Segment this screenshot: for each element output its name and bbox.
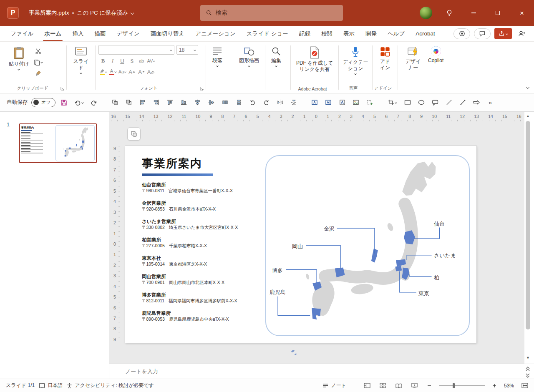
character-spacing-button[interactable]: AV: [146, 56, 156, 65]
font-name-combobox[interactable]: [98, 45, 174, 55]
autosave-toggle[interactable]: オフ: [31, 98, 55, 107]
rotate-right-button[interactable]: [261, 97, 272, 108]
slide-title[interactable]: 事業所案内: [142, 156, 202, 171]
powerpoint-app-icon[interactable]: P: [7, 7, 19, 19]
flip-vertical-button[interactable]: [288, 97, 299, 108]
align-middle-vertical-button[interactable]: [206, 97, 217, 108]
office-list[interactable]: 仙台営業所 〒980-0811宮城県仙台市青葉区一番町X-X-X 金沢営業所 〒…: [142, 182, 263, 329]
copilot-button[interactable]: Copilot: [425, 44, 446, 65]
insert-picture-button[interactable]: [350, 97, 361, 108]
line-shape-button[interactable]: [443, 97, 454, 108]
notes-pane[interactable]: ノートを入力: [109, 364, 534, 379]
tab-transitions[interactable]: 画面切り替え: [145, 26, 190, 41]
collapse-ribbon-button[interactable]: [526, 83, 529, 90]
zoom-in-button[interactable]: [491, 382, 498, 389]
more-commands-button[interactable]: »: [485, 97, 496, 108]
bring-forward-button[interactable]: [109, 97, 120, 108]
search-input[interactable]: 検索: [200, 5, 343, 21]
undo-button[interactable]: [72, 97, 86, 108]
rectangle-shape-button[interactable]: [402, 97, 413, 108]
flip-horizontal-button[interactable]: [275, 97, 285, 108]
tab-acrobat[interactable]: Acrobat: [410, 26, 441, 41]
slideshow-view-button[interactable]: [410, 381, 420, 390]
increase-font-size-button[interactable]: A: [127, 67, 136, 76]
user-avatar[interactable]: [420, 7, 432, 19]
rotate-left-button[interactable]: [247, 97, 258, 108]
align-center-horizontal-button[interactable]: [192, 97, 203, 108]
tab-help[interactable]: ヘルプ: [382, 26, 410, 41]
reading-view-button[interactable]: [394, 381, 404, 390]
tab-animations[interactable]: アニメーション: [190, 26, 241, 41]
copy-button[interactable]: [33, 57, 44, 67]
tab-home[interactable]: ホーム: [39, 26, 67, 41]
tab-insert[interactable]: 挿入: [67, 26, 89, 41]
zoom-slider-thumb[interactable]: [453, 383, 455, 388]
font-size-combobox[interactable]: 18: [176, 45, 198, 55]
dictation-button[interactable]: ディクテーション: [342, 44, 369, 76]
notes-toggle-button[interactable]: ノート: [322, 382, 346, 389]
tab-view[interactable]: 表示: [338, 26, 360, 41]
floating-options-button[interactable]: [127, 127, 141, 141]
lightbulb-icon[interactable]: [443, 7, 456, 19]
fit-slide-to-window-button[interactable]: [520, 381, 530, 390]
document-title[interactable]: 事業所案内.pptx • この PC に保存済み: [29, 9, 134, 17]
scroll-down-button[interactable]: ▼: [524, 354, 531, 361]
scroll-up-button[interactable]: ▲: [524, 113, 531, 119]
spell-check-button[interactable]: [39, 383, 45, 389]
vertical-text-box-button[interactable]: [323, 97, 334, 108]
align-objects-right-button[interactable]: [151, 97, 161, 108]
editing-button[interactable]: 編集: [268, 44, 284, 68]
drawing-button[interactable]: 図形描画: [236, 44, 262, 68]
slide-indicator[interactable]: スライド 1/1: [6, 382, 35, 389]
text-box-button[interactable]: [309, 97, 320, 108]
people-button[interactable]: [516, 28, 528, 39]
record-button[interactable]: [453, 28, 470, 39]
strikethrough-button[interactable]: ab: [137, 56, 146, 65]
new-slide-button[interactable]: スライド: [70, 44, 92, 75]
arrow-shape-button[interactable]: [471, 97, 482, 108]
clear-formatting-button[interactable]: A: [146, 67, 156, 76]
crop-button[interactable]: [385, 97, 399, 108]
clipboard-dialog-launcher[interactable]: [60, 86, 65, 91]
slide-1-thumbnail[interactable]: 事業所案内: [19, 123, 97, 163]
tab-file[interactable]: ファイル: [5, 26, 39, 41]
highlight-color-button[interactable]: [98, 67, 108, 76]
maximize-button[interactable]: [486, 0, 510, 26]
tab-draw[interactable]: 描画: [89, 26, 111, 41]
align-objects-top-button[interactable]: [164, 97, 175, 108]
bold-button[interactable]: B: [98, 56, 108, 65]
decrease-font-size-button[interactable]: A: [137, 67, 146, 76]
italic-button[interactable]: I: [108, 56, 117, 65]
paste-button[interactable]: 貼り付け: [6, 44, 32, 71]
zoom-out-button[interactable]: [426, 382, 433, 389]
format-painter-button[interactable]: [33, 68, 44, 78]
japan-map-object[interactable]: 金沢 岡山 博多 鹿児島 仙台 さいたま 柏 東京: [265, 155, 470, 336]
tab-record[interactable]: 記録: [294, 26, 316, 41]
change-case-button[interactable]: Aa: [118, 67, 127, 76]
save-button[interactable]: [58, 97, 69, 108]
slide-sorter-view-button[interactable]: [378, 381, 388, 390]
slide-canvas[interactable]: 事業所案内 仙台営業所 〒980-0811宮城県仙台市青葉区一番町X-X-X 金…: [125, 146, 476, 343]
zoom-level-button[interactable]: 53%: [504, 383, 514, 389]
zoom-slider[interactable]: [439, 382, 485, 390]
tab-design[interactable]: デザイン: [111, 26, 145, 41]
tab-slideshow[interactable]: スライド ショー: [241, 26, 294, 41]
paragraph-button[interactable]: 段落: [209, 44, 226, 68]
align-objects-bottom-button[interactable]: [178, 97, 189, 108]
underline-button[interactable]: U: [118, 56, 127, 65]
font-dialog-launcher[interactable]: [199, 86, 204, 91]
scrollbar-thumb[interactable]: [526, 121, 530, 329]
next-slide-button[interactable]: [524, 372, 531, 379]
close-button[interactable]: ×: [510, 0, 534, 26]
tab-developer[interactable]: 開発: [360, 26, 382, 41]
create-pdf-button[interactable]: PDF を作成してリンクを共有: [294, 44, 335, 74]
font-color-button[interactable]: A: [108, 67, 117, 76]
previous-slide-button[interactable]: [524, 365, 531, 372]
redo-button[interactable]: [88, 97, 99, 108]
distribute-vertical-button[interactable]: [233, 97, 244, 108]
minimize-button[interactable]: [461, 0, 486, 26]
send-backward-button[interactable]: [123, 97, 134, 108]
tab-review[interactable]: 校閲: [316, 26, 338, 41]
paste-text-button[interactable]: [337, 97, 348, 108]
align-objects-left-button[interactable]: [137, 97, 148, 108]
